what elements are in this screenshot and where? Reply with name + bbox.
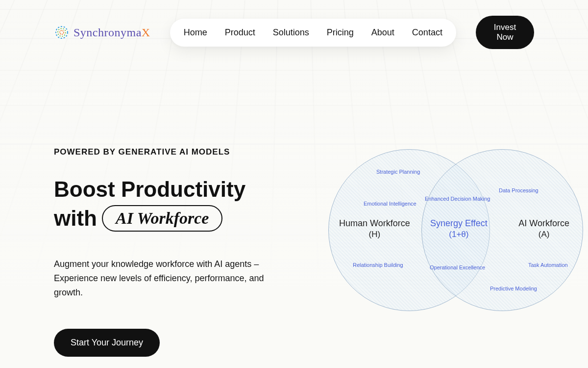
- venn-label-human-sub: (H): [339, 229, 410, 240]
- hero-headline: Boost Productivity: [54, 177, 309, 202]
- venn-label-synergy-sub: (1+θ): [430, 229, 488, 240]
- venn-tag-strategic-planning: Strategic Planning: [376, 169, 420, 175]
- hero-diagram: Human Workforce (H) Synergy Effect (1+θ)…: [328, 108, 583, 357]
- venn-tag-predictive-modeling: Predictive Modeling: [490, 286, 537, 291]
- venn-label-human-title: Human Workforce: [339, 218, 410, 228]
- venn-label-synergy: Synergy Effect (1+θ): [430, 218, 488, 240]
- brand-logo[interactable]: SynchronymaX: [54, 25, 150, 40]
- hero-headline-pill: AI Workforce: [102, 205, 222, 232]
- primary-nav: Home Product Solutions Pricing About Con…: [170, 19, 456, 47]
- svg-point-2: [60, 30, 64, 34]
- venn-label-synergy-title: Synergy Effect: [430, 218, 488, 228]
- venn-tag-data-processing: Data Processing: [499, 187, 539, 193]
- nav-contact[interactable]: Contact: [412, 27, 442, 38]
- brand-name-accent: X: [142, 26, 150, 39]
- hero-copy: POWERED BY GENERATIVE AI MODELS Boost Pr…: [54, 108, 309, 357]
- venn-tag-emotional-intelligence: Emotional Intelligence: [364, 201, 416, 207]
- venn-tag-operational-excellence: Operational Excellence: [430, 264, 485, 270]
- nav-solutions[interactable]: Solutions: [273, 27, 309, 38]
- venn-label-ai-sub: (A): [518, 229, 569, 240]
- nav-home[interactable]: Home: [184, 27, 207, 38]
- venn-label-human: Human Workforce (H): [339, 218, 410, 240]
- brand-name-main: Synchronyma: [74, 26, 142, 39]
- hero-subhead: Augment your knowledge workforce with AI…: [54, 257, 289, 299]
- venn-diagram: Human Workforce (H) Synergy Effect (1+θ)…: [328, 144, 583, 321]
- brand-name: SynchronymaX: [74, 26, 150, 39]
- cta-start-button[interactable]: Start Your Journey: [54, 329, 160, 357]
- svg-point-1: [58, 28, 66, 36]
- invest-button[interactable]: Invest Now: [476, 16, 534, 49]
- venn-tag-relationship-building: Relationship Building: [353, 262, 403, 268]
- venn-tag-enhanced-decision: Enhanced Decision Making: [425, 196, 490, 202]
- hero-headline-with: with: [54, 206, 97, 231]
- nav-about[interactable]: About: [371, 27, 394, 38]
- site-header: SynchronymaX Home Product Solutions Pric…: [0, 0, 588, 49]
- hero-headline-line2: with AI Workforce: [54, 205, 309, 232]
- venn-label-ai-title: AI Workforce: [518, 218, 569, 228]
- venn-tag-task-automation: Task Automation: [528, 262, 568, 268]
- nav-product[interactable]: Product: [225, 27, 255, 38]
- nav-pricing[interactable]: Pricing: [327, 27, 354, 38]
- hero-section: POWERED BY GENERATIVE AI MODELS Boost Pr…: [0, 108, 588, 357]
- logo-mark-icon: [54, 25, 70, 40]
- hero-eyebrow: POWERED BY GENERATIVE AI MODELS: [54, 147, 309, 157]
- hero-headline-line1: Boost Productivity: [54, 177, 245, 201]
- venn-label-ai: AI Workforce (A): [518, 218, 569, 240]
